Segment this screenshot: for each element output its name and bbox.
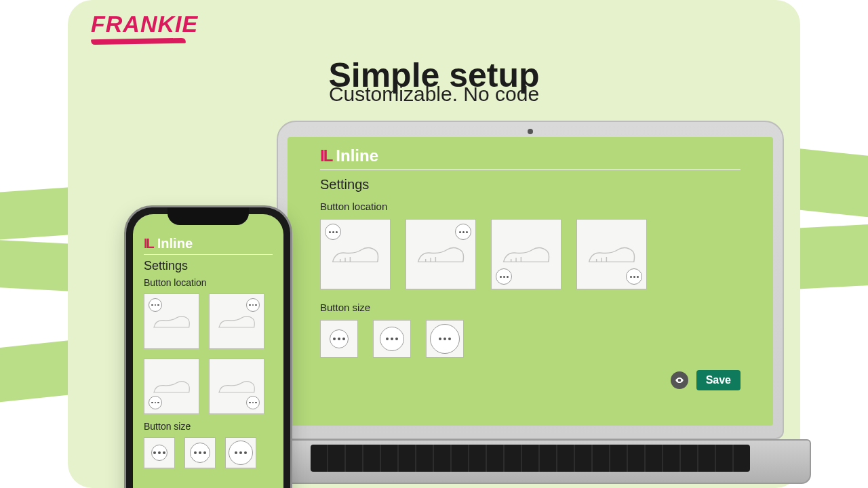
app-mark-icon: IL <box>144 236 153 251</box>
button-location-options <box>320 219 741 289</box>
button-size-label: Button size <box>320 302 741 313</box>
button-size-options <box>320 320 741 358</box>
location-option-top-left[interactable] <box>320 219 391 289</box>
dots-icon <box>626 268 642 285</box>
phone-notch-icon <box>167 207 249 225</box>
brand-underline-icon <box>90 38 186 45</box>
size-option-medium[interactable] <box>373 320 411 358</box>
dots-icon <box>151 445 167 461</box>
button-location-label: Button location <box>320 201 741 212</box>
location-option-bottom-right[interactable] <box>209 359 264 414</box>
dots-icon <box>246 298 260 312</box>
laptop-screen: IL Inline Settings Button location <box>288 137 773 426</box>
size-option-large[interactable] <box>426 320 464 358</box>
size-option-large[interactable] <box>225 437 256 468</box>
preview-button[interactable] <box>671 371 688 389</box>
app-title-text: Inline <box>336 146 378 165</box>
sneaker-icon <box>416 242 465 267</box>
divider <box>144 254 273 255</box>
sneaker-icon <box>152 377 191 396</box>
sneaker-icon <box>501 242 551 267</box>
location-option-top-right[interactable] <box>406 219 476 289</box>
button-location-options <box>144 293 273 414</box>
dots-icon <box>496 268 512 285</box>
sneaker-icon <box>587 242 636 267</box>
phone-screen: IL Inline Settings Button location <box>133 214 283 488</box>
dots-icon <box>149 298 162 312</box>
sneaker-icon <box>152 312 191 331</box>
button-size-label: Button size <box>144 421 273 432</box>
dots-icon <box>325 224 341 240</box>
button-location-label: Button location <box>144 277 273 288</box>
app-title: IL Inline <box>320 146 741 165</box>
eye-icon <box>675 375 684 386</box>
location-option-bottom-right[interactable] <box>576 219 647 289</box>
brand-logo: FRANKIE <box>91 11 198 44</box>
settings-heading: Settings <box>144 259 273 273</box>
location-option-top-right[interactable] <box>209 293 264 349</box>
sneaker-icon <box>217 312 256 331</box>
app-title: IL Inline <box>144 236 273 251</box>
location-option-bottom-left[interactable] <box>491 219 561 289</box>
brand-text: FRANKIE <box>91 11 198 37</box>
phone-mock: IL Inline Settings Button location <box>126 207 290 488</box>
size-option-medium[interactable] <box>184 437 216 468</box>
sneaker-icon <box>330 242 380 267</box>
laptop-mock: IL Inline Settings Button location <box>277 121 784 488</box>
dots-icon <box>455 224 471 240</box>
dots-icon <box>330 329 349 348</box>
divider <box>320 169 741 170</box>
dots-icon <box>246 396 260 409</box>
button-size-options <box>144 437 273 468</box>
size-option-small[interactable] <box>144 437 175 468</box>
camera-icon <box>528 129 533 134</box>
app-title-text: Inline <box>157 236 193 251</box>
action-row: Save <box>320 370 741 390</box>
size-option-small[interactable] <box>320 320 358 358</box>
dots-icon <box>190 443 210 463</box>
settings-heading: Settings <box>320 177 741 192</box>
dots-icon <box>430 324 460 354</box>
location-option-bottom-left[interactable] <box>144 359 199 414</box>
sneaker-icon <box>217 377 256 396</box>
dots-icon <box>149 396 162 409</box>
save-button[interactable]: Save <box>696 370 741 390</box>
app-mark-icon: IL <box>320 146 332 165</box>
laptop-keyboard <box>311 445 750 472</box>
location-option-top-left[interactable] <box>144 293 199 349</box>
dots-icon <box>380 327 404 351</box>
laptop-frame: IL Inline Settings Button location <box>277 121 784 439</box>
page-subhead: Customizable. No code <box>329 83 539 106</box>
dots-icon <box>229 441 253 465</box>
